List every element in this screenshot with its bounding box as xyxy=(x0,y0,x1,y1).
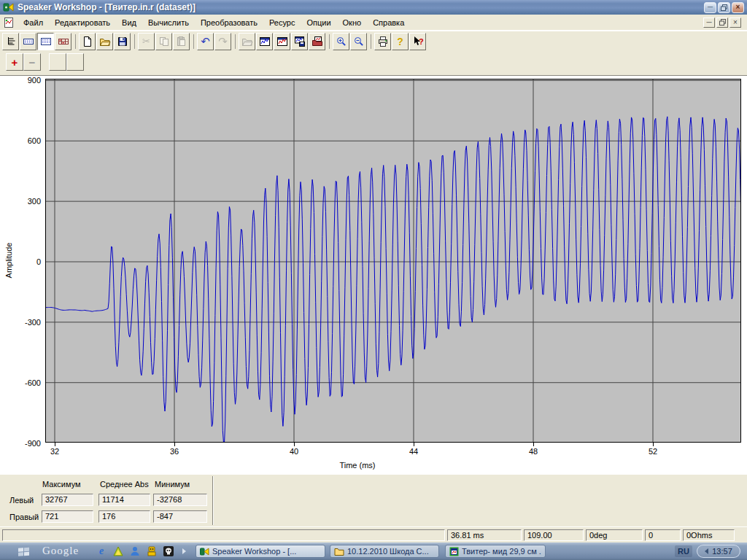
help-button[interactable]: ? xyxy=(392,33,409,50)
robot-icon[interactable] xyxy=(145,545,158,557)
outline-view-button[interactable] xyxy=(2,33,19,50)
add-point-button[interactable]: + xyxy=(6,53,23,71)
tweeter-doc-icon xyxy=(449,547,459,556)
stat-header-0: Максимум xyxy=(42,480,81,489)
chart-export-button[interactable] xyxy=(309,33,325,50)
menu-item-3[interactable]: Вычислить xyxy=(142,15,195,30)
menu-item-0[interactable]: Файл xyxy=(18,15,49,30)
stat-row-label-1: Правый xyxy=(9,513,39,521)
new-button[interactable] xyxy=(79,33,96,50)
app-speaker-icon[interactable] xyxy=(3,1,15,13)
mdi-minimize-button[interactable]: ─ xyxy=(703,18,715,28)
x-tick-mark xyxy=(55,443,55,446)
close-button[interactable]: × xyxy=(732,2,744,13)
table-view-button[interactable] xyxy=(55,33,71,50)
x-tick-mark xyxy=(653,443,654,446)
skull-icon[interactable] xyxy=(162,545,175,557)
menu-item-7[interactable]: Окно xyxy=(337,15,368,30)
toolbar-separator xyxy=(131,33,138,50)
quick-launch-overflow-chevron-icon[interactable] xyxy=(182,548,186,554)
import-button xyxy=(239,33,255,50)
undo-button[interactable]: ↶ xyxy=(197,33,214,50)
speaker-workshop-window: Speaker Workshop - [Твитер.in.r (dataset… xyxy=(0,0,747,560)
main-toolbar: ✂↶↷?? xyxy=(0,31,747,51)
menu-item-5[interactable]: Ресурс xyxy=(263,15,301,30)
status-field-2: 109.00 xyxy=(524,529,584,541)
windows-start-flag-icon[interactable] xyxy=(16,545,32,559)
dataset-document-icon[interactable] xyxy=(3,17,15,28)
menu-bar: ФайлРедактироватьВидВычислитьПреобразова… xyxy=(0,15,747,31)
chart-area: Amplitude Time (ms) 9006003000-300-600-9… xyxy=(0,76,747,474)
chart-save-button[interactable] xyxy=(291,33,308,50)
stat-value-Правый-0: 721 xyxy=(42,510,93,523)
chart-window-blue-button[interactable] xyxy=(256,33,273,50)
stat-header-1: Среднее Abs xyxy=(100,480,149,489)
stat-value-Левый-1: 11714 xyxy=(98,494,150,506)
zoom-out-button[interactable] xyxy=(350,33,367,50)
paste-icon xyxy=(176,36,187,47)
save-button[interactable] xyxy=(114,33,131,50)
mdi-restore-button[interactable] xyxy=(716,18,728,28)
menu-item-6[interactable]: Опции xyxy=(301,15,336,30)
undo-icon: ↶ xyxy=(201,36,210,47)
blank-button-2 xyxy=(66,53,84,71)
ie-icon[interactable]: e xyxy=(95,545,108,557)
toolbar-separator xyxy=(232,33,239,50)
status-field-1: 36.81 ms xyxy=(447,529,522,541)
outline-view-icon xyxy=(5,36,17,47)
x-tick-mark xyxy=(414,443,414,446)
tray-collapse-icon[interactable] xyxy=(705,548,708,554)
taskbar-task-2[interactable]: Твитер- мид 29,9 см ... xyxy=(445,545,546,558)
limewire-icon[interactable] xyxy=(112,545,125,557)
menu-item-8[interactable]: Справка xyxy=(367,15,410,30)
x-tick-label: 32 xyxy=(42,447,67,456)
dataset-view-button[interactable] xyxy=(20,33,36,50)
waveform-plot[interactable] xyxy=(45,79,741,443)
chart-view-button[interactable] xyxy=(37,33,54,50)
toolbar-separator xyxy=(326,33,333,50)
redo-button: ↷ xyxy=(214,33,231,50)
print-button[interactable] xyxy=(374,33,391,50)
speaker-icon xyxy=(200,547,209,556)
context-help-button[interactable]: ? xyxy=(409,33,426,50)
mdi-close-button[interactable]: × xyxy=(729,18,741,28)
stat-value-Левый-2: -32768 xyxy=(153,494,207,506)
menu-item-2[interactable]: Вид xyxy=(116,15,142,30)
status-field-0 xyxy=(2,529,445,541)
chart-export-icon xyxy=(311,36,323,47)
google-toolbar-logo[interactable]: Google xyxy=(42,545,79,557)
restore-button[interactable] xyxy=(718,2,730,13)
stat-value-Правый-1: 176 xyxy=(98,510,150,523)
open-button[interactable] xyxy=(96,33,113,50)
save-icon xyxy=(117,36,128,47)
x-tick-mark xyxy=(174,443,175,446)
language-indicator[interactable]: RU xyxy=(675,545,692,557)
chart-window-red-button[interactable] xyxy=(274,33,290,50)
title-bar: Speaker Workshop - [Твитер.in.r (dataset… xyxy=(0,0,747,15)
tray-clock[interactable]: 13:57 xyxy=(697,545,740,558)
taskbar: Google e Speaker Workshop - [...10.12.20… xyxy=(0,542,747,560)
window-title: Speaker Workshop - [Твитер.in.r (dataset… xyxy=(18,2,704,12)
zoom-in-button[interactable] xyxy=(333,33,349,50)
stat-value-Правый-2: -847 xyxy=(153,510,207,523)
y-tick-label: 300 xyxy=(9,197,41,206)
taskbar-task-0[interactable]: Speaker Workshop - [... xyxy=(196,545,325,558)
menu-item-4[interactable]: Преобразовать xyxy=(195,15,263,30)
status-field-4: 0 xyxy=(645,529,681,541)
x-axis-title: Time (ms) xyxy=(339,461,375,470)
y-tick-label: 0 xyxy=(9,257,41,266)
zoom-in-icon xyxy=(336,36,347,47)
remove-point-button[interactable]: − xyxy=(23,53,41,71)
zoom-out-icon xyxy=(353,36,365,47)
menu-item-1[interactable]: Редактировать xyxy=(49,15,116,30)
taskbar-task-1[interactable]: 10.12.2010 Шкода С... xyxy=(330,545,439,558)
task-label: Speaker Workshop - [... xyxy=(212,547,296,556)
stat-row-label-0: Левый xyxy=(9,496,34,505)
toolbar-separator xyxy=(368,33,374,50)
user-icon[interactable] xyxy=(128,545,142,557)
y-tick-label: 900 xyxy=(9,76,41,85)
x-tick-mark xyxy=(294,443,295,446)
minimize-button[interactable]: ─ xyxy=(704,2,716,13)
chart-view-icon xyxy=(40,36,52,47)
x-tick-label: 52 xyxy=(640,447,665,456)
